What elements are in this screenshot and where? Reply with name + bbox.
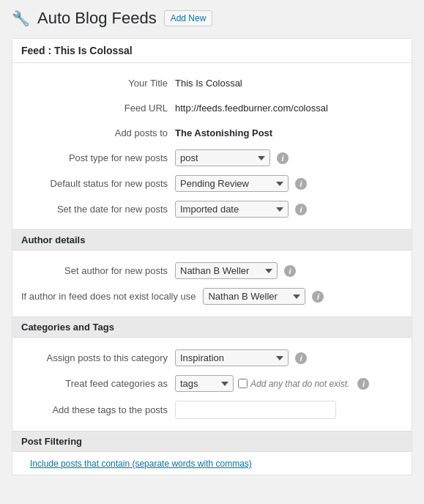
if-author-control: Nathan B Weller i <box>203 288 324 305</box>
add-any-text: Add any that do not exist. <box>250 379 349 389</box>
post-type-control: post i <box>175 149 289 166</box>
add-any-label: Add any that do not exist. <box>238 379 349 389</box>
default-status-control: Pending Review i <box>175 175 307 192</box>
treat-feed-row: Treat feed categories as tags Add any th… <box>12 371 412 396</box>
categories-section-body: Assign posts to this category Inspiratio… <box>12 338 412 431</box>
default-status-select[interactable]: Pending Review <box>175 175 289 192</box>
page-header: 🔧 Auto Blog Feeds Add New <box>12 9 412 28</box>
set-author-row: Set author for new posts Nathan B Weller… <box>12 258 412 284</box>
wrench-icon: 🔧 <box>12 10 30 27</box>
assign-posts-label: Assign posts to this category <box>21 352 175 363</box>
add-tags-input[interactable] <box>175 401 336 419</box>
if-author-select[interactable]: Nathan B Weller <box>203 288 305 305</box>
assign-posts-select[interactable]: Inspiration <box>175 349 289 366</box>
set-author-info-icon[interactable]: i <box>284 265 296 277</box>
your-title-label: Your Title <box>21 78 175 89</box>
feed-url-row: Feed URL http://feeds.feedburner.com/col… <box>12 95 412 120</box>
post-type-info-icon[interactable]: i <box>277 152 289 164</box>
set-author-label: Set author for new posts <box>21 265 175 276</box>
assign-posts-control: Inspiration i <box>175 349 307 366</box>
author-section-body: Set author for new posts Nathan B Weller… <box>12 251 412 316</box>
feed-url-value: http://feeds.feedburner.com/colossal <box>175 103 328 114</box>
post-type-row: Post type for new posts post i <box>12 145 412 171</box>
if-author-label: If author in feed does not exist locally… <box>21 291 203 302</box>
your-title-row: Your Title This Is Colossal <box>12 70 412 95</box>
post-filtering-header: Post Filtering <box>12 431 412 452</box>
set-date-control: Imported date i <box>175 201 307 218</box>
add-posts-to-row: Add posts to The Astonishing Post <box>12 120 412 145</box>
set-date-info-icon[interactable]: i <box>295 204 307 215</box>
post-filtering-body: Include posts that contain (separate wor… <box>12 452 412 475</box>
add-tags-row: Add these tags to the posts <box>12 396 412 423</box>
feed-panel-body: Your Title This Is Colossal Feed URL htt… <box>12 63 412 229</box>
if-author-info-icon[interactable]: i <box>312 291 324 303</box>
add-any-checkbox[interactable] <box>238 379 248 388</box>
if-author-row: If author in feed does not exist locally… <box>12 284 412 309</box>
categories-section-header: Categories and Tags <box>12 316 412 338</box>
feed-url-label: Feed URL <box>21 103 175 114</box>
feed-panel: Feed : This Is Colossal Your Title This … <box>12 38 412 475</box>
add-posts-to-value: The Astonishing Post <box>175 127 272 138</box>
default-status-info-icon[interactable]: i <box>295 178 307 190</box>
post-type-select[interactable]: post <box>175 149 270 166</box>
set-author-control: Nathan B Weller i <box>175 262 296 279</box>
set-date-label: Set the date for new posts <box>21 204 175 215</box>
add-any-info-icon[interactable]: i <box>357 378 369 390</box>
feed-panel-header: Feed : This Is Colossal <box>12 39 412 63</box>
add-new-button[interactable]: Add New <box>164 10 213 26</box>
add-tags-label: Add these tags to the posts <box>21 404 175 415</box>
set-date-row: Set the date for new posts Imported date… <box>12 196 412 222</box>
default-status-label: Default status for new posts <box>21 178 175 189</box>
default-status-row: Default status for new posts Pending Rev… <box>12 171 412 196</box>
set-date-select[interactable]: Imported date <box>175 201 289 218</box>
assign-posts-info-icon[interactable]: i <box>295 352 307 364</box>
your-title-value: This Is Colossal <box>175 78 242 89</box>
page-title: Auto Blog Feeds <box>37 9 157 28</box>
post-type-label: Post type for new posts <box>21 152 175 163</box>
author-section-header: Author details <box>12 229 412 251</box>
add-posts-to-label: Add posts to <box>21 127 175 138</box>
treat-feed-control: tags Add any that do not exist. i <box>175 375 369 392</box>
set-author-select[interactable]: Nathan B Weller <box>175 262 278 279</box>
treat-feed-select[interactable]: tags <box>175 375 234 392</box>
treat-feed-label: Treat feed categories as <box>21 378 175 389</box>
include-posts-link[interactable]: Include posts that contain (separate wor… <box>21 453 261 475</box>
assign-posts-row: Assign posts to this category Inspiratio… <box>12 345 412 371</box>
